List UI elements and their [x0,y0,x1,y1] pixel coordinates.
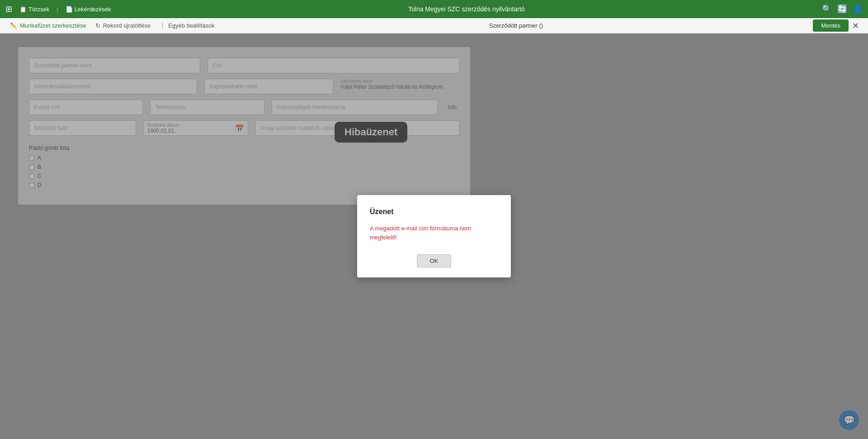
message-dialog: Üzenet A megadott e-mail cím formátuma n… [357,195,511,277]
nav-separator: | [57,6,58,13]
subbar-title: Szerződött partner () [219,22,813,29]
top-bar-left: ⊞ 📋 Törzsek | 📄 Lekérdezések [5,4,111,14]
egyeb-action[interactable]: ⋮ Egyéb beállítások [155,22,219,29]
close-button[interactable]: ✕ [849,21,863,31]
sub-bar: ✏️ Munkafüzet szerkesztése ↻ Rekord újra… [0,18,868,33]
dialog-title: Üzenet [370,208,498,216]
edit-icon: ✏️ [10,22,17,29]
dialog-footer: OK [370,254,498,267]
lekerdezesek-icon: 📄 [66,6,73,13]
top-bar: ⊞ 📋 Törzsek | 📄 Lekérdezések Tolna Megye… [0,0,868,18]
grid-icon[interactable]: ⊞ [5,4,12,14]
top-bar-right: 🔍 🔄 👤 [822,4,863,14]
refresh-icon[interactable]: 🔄 [837,4,847,14]
avatar-icon[interactable]: 👤 [853,4,863,14]
app-title: Tolna Megyei SZC szerződés nyilvántartó [118,5,815,13]
nav-torzsek[interactable]: 📋 Törzsek [19,6,49,13]
dialog-message: A megadott e-mail cím formátuma nem megf… [370,224,498,242]
munkafuzet-action[interactable]: ✏️ Munkafüzet szerkesztése [5,22,91,29]
dots-icon: ⋮ [160,22,165,29]
search-icon[interactable]: 🔍 [822,4,832,14]
dialog-overlay: Üzenet A megadott e-mail cím formátuma n… [0,33,868,439]
main-content: Szerződött partner neve Cím Adószám/adóa… [0,33,868,439]
nav-lekerdezesek[interactable]: 📄 Lekérdezések [66,6,111,13]
dialog-ok-button[interactable]: OK [417,254,452,267]
save-button[interactable]: Mentés [813,19,849,32]
rekord-action[interactable]: ↻ Rekord újratöltése [91,22,156,29]
reload-icon: ↻ [95,22,100,29]
torzsek-icon: 📋 [19,6,27,13]
